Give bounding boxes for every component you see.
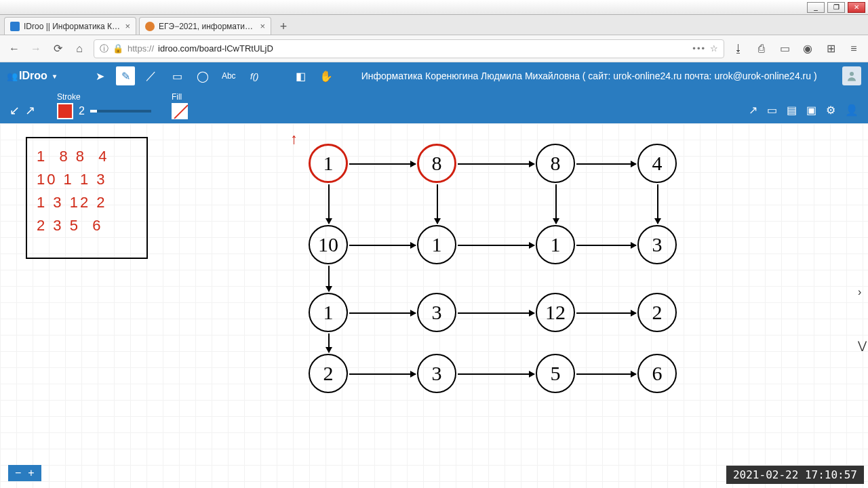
matrix-row: 1 3 12 2 — [37, 191, 137, 214]
menu-icon[interactable]: ≡ — [846, 41, 861, 56]
matrix-box: 1 8 8 4 10 1 1 3 1 3 12 2 2 3 5 6 — [26, 137, 148, 259]
zoom-in-button[interactable]: + — [28, 467, 34, 479]
board-title: Информатика Коренюгина Людмила Михайловн… — [342, 70, 835, 81]
stroke-label: Stroke — [57, 92, 151, 102]
formula-tool[interactable]: f() — [245, 66, 264, 85]
tab-title: IDroo || Информатика Корен — [24, 22, 121, 31]
tab-favicon — [10, 22, 20, 31]
browser-tab[interactable]: ЕГЭ−2021, информатика: зад × — [139, 17, 271, 35]
graph-arrow — [576, 245, 636, 246]
library-icon[interactable]: ⎙ — [754, 41, 769, 56]
graph-node: 2 — [309, 354, 348, 393]
bookmark-star-icon[interactable]: ☆ — [710, 43, 718, 54]
graph-arrow — [458, 312, 534, 314]
fill-label: Fill — [172, 92, 188, 102]
svg-point-0 — [850, 72, 854, 76]
forward-button[interactable]: → — [28, 41, 43, 56]
graph-node: 8 — [417, 144, 456, 183]
settings-icon[interactable]: ⚙ — [826, 104, 835, 117]
downloads-icon[interactable]: ⭳ — [731, 41, 746, 56]
lock-icon: 🔒 — [113, 43, 123, 54]
graph-node: 8 — [536, 144, 575, 183]
image-icon[interactable]: ▣ — [806, 104, 816, 117]
reload-button[interactable]: ⟳ — [50, 41, 65, 56]
graph-arrow — [576, 373, 636, 375]
url-path: idroo.com/board-lCwTRtULjD — [158, 43, 273, 54]
pan-tool[interactable]: ✋ — [317, 66, 336, 85]
users-icon[interactable]: 👤 — [845, 104, 859, 117]
graph-arrow — [328, 266, 330, 291]
graph-node: 1 — [536, 225, 575, 264]
idroo-logo[interactable]: 👥IDroo ▾ — [7, 70, 56, 82]
graph-arrow — [437, 184, 438, 224]
graph-arrow — [555, 184, 557, 224]
graph-node: 1 — [309, 144, 348, 183]
graph-arrow — [458, 245, 534, 246]
stroke-width-slider[interactable] — [90, 110, 151, 113]
browser-navbar: ← → ⟳ ⌂ ⓘ 🔒 https://idroo.com/board-lCwT… — [0, 35, 868, 62]
page-info-icon[interactable]: ⓘ — [100, 43, 108, 55]
fill-color-swatch[interactable] — [172, 103, 188, 119]
page-actions-icon[interactable]: ••• — [692, 43, 706, 54]
clipboard-icon[interactable]: ▤ — [787, 104, 797, 117]
sidebar-icon[interactable]: ▭ — [777, 41, 792, 56]
tab-favicon — [145, 22, 155, 31]
window-minimize-button[interactable]: _ — [807, 2, 825, 13]
graph-node: 1 — [417, 225, 456, 264]
enter-fullscreen-icon[interactable]: ↗ — [25, 103, 35, 118]
graph-arrow — [576, 312, 636, 314]
account-icon[interactable]: ◉ — [800, 41, 815, 56]
tab-title: ЕГЭ−2021, информатика: зад — [159, 22, 256, 31]
home-button[interactable]: ⌂ — [72, 41, 87, 56]
recording-timestamp: 2021-02-22 17:10:57 — [726, 466, 864, 484]
chat-icon[interactable]: ▭ — [767, 104, 777, 117]
graph-node: 6 — [637, 354, 677, 393]
whiteboard-canvas[interactable]: 1 8 8 4 10 1 1 3 1 3 12 2 2 3 5 6 ↑ 1884… — [0, 123, 868, 488]
back-button[interactable]: ← — [7, 41, 22, 56]
rect-tool[interactable]: ▭ — [167, 66, 186, 85]
text-tool[interactable]: Abc — [219, 66, 238, 85]
idroo-toolbar: 👥IDroo ▾ ➤ ✎ ／ ▭ ◯ Abc f() ◧ ✋ Информати… — [0, 62, 868, 89]
ellipse-tool[interactable]: ◯ — [193, 66, 212, 85]
graph-node: 5 — [536, 354, 575, 393]
new-tab-button[interactable]: + — [274, 18, 293, 35]
graph-node: 3 — [637, 225, 677, 264]
graph-arrow — [328, 333, 330, 352]
browser-tab[interactable]: IDroo || Информатика Корен × — [4, 17, 136, 35]
graph-arrow — [349, 312, 416, 314]
graph-node: 4 — [637, 144, 677, 183]
url-protocol: https:// — [127, 43, 154, 54]
line-tool[interactable]: ／ — [142, 66, 161, 85]
exit-fullscreen-icon[interactable]: ↙ — [9, 103, 20, 118]
graph-arrow — [349, 373, 416, 375]
tab-close-icon[interactable]: × — [260, 21, 265, 31]
graph-node: 12 — [536, 293, 575, 332]
graph-arrow — [657, 184, 658, 224]
matrix-row: 1 8 8 4 — [37, 145, 137, 168]
zoom-out-button[interactable]: − — [15, 467, 21, 479]
eraser-tool[interactable]: ◧ — [291, 66, 310, 85]
window-close-button[interactable]: ✕ — [848, 2, 865, 13]
stroke-color-swatch[interactable] — [57, 103, 73, 119]
user-avatar[interactable] — [842, 66, 861, 85]
graph-node: 1 — [309, 293, 348, 332]
red-arrow-annotation: ↑ — [290, 130, 298, 148]
tab-close-icon[interactable]: × — [125, 21, 130, 31]
pointer-tool[interactable]: ➤ — [90, 66, 109, 85]
graph-node: 10 — [309, 225, 348, 264]
extensions-icon[interactable]: ⊞ — [823, 41, 838, 56]
graph-node: 2 — [637, 293, 677, 332]
graph-node: 3 — [417, 354, 456, 393]
graph-arrow — [349, 245, 416, 246]
matrix-row: 10 1 1 3 — [37, 168, 137, 191]
share-icon[interactable]: ↗ — [749, 104, 757, 117]
browser-tabstrip: IDroo || Информатика Корен × ЕГЭ−2021, и… — [0, 15, 868, 35]
pen-tool[interactable]: ✎ — [116, 66, 135, 85]
window-maximize-button[interactable]: ❐ — [827, 2, 845, 13]
graph-arrow — [458, 373, 534, 375]
matrix-row: 2 3 5 6 — [37, 214, 137, 237]
graph-arrow — [576, 163, 636, 165]
idroo-properties-bar: ↙ ↗ Stroke 2 Fill ↗ ▭ ▤ ▣ ⚙ 👤 — [0, 89, 868, 123]
url-bar[interactable]: ⓘ 🔒 https://idroo.com/board-lCwTRtULjD •… — [94, 39, 724, 58]
graph-arrow — [458, 163, 534, 165]
